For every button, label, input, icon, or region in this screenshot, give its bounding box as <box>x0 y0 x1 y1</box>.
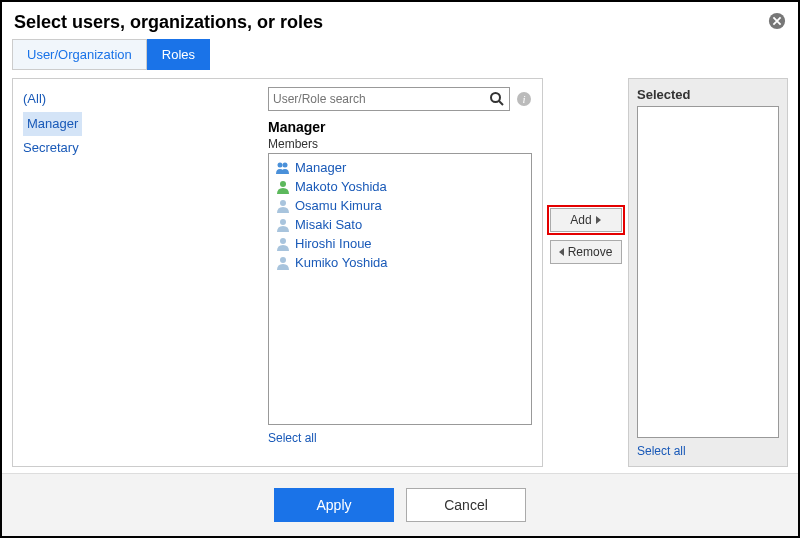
role-link-secretary[interactable]: Secretary <box>23 136 248 161</box>
dialog-body: (All) Manager Secretary i Manager Member… <box>2 70 798 473</box>
member-name: Osamu Kimura <box>295 198 382 213</box>
user-icon <box>275 237 291 251</box>
add-button[interactable]: Add <box>550 208 622 232</box>
member-name: Kumiko Yoshida <box>295 255 388 270</box>
remove-label: Remove <box>568 245 613 259</box>
chevron-right-icon <box>596 216 601 224</box>
group-icon <box>275 161 291 175</box>
user-icon <box>275 199 291 213</box>
select-all-link[interactable]: Select all <box>268 431 532 445</box>
list-item[interactable]: Osamu Kimura <box>273 196 527 215</box>
user-icon <box>275 256 291 270</box>
member-name: Hiroshi Inoue <box>295 236 372 251</box>
cancel-button[interactable]: Cancel <box>406 488 526 522</box>
user-icon <box>275 180 291 194</box>
member-name: Misaki Sato <box>295 217 362 232</box>
main-panel: (All) Manager Secretary i Manager Member… <box>12 78 543 467</box>
svg-text:i: i <box>522 93 525 105</box>
apply-button[interactable]: Apply <box>274 488 394 522</box>
close-icon[interactable] <box>768 12 786 30</box>
selected-listbox[interactable] <box>637 106 779 438</box>
search-icon[interactable] <box>489 91 505 107</box>
group-title: Manager <box>268 119 532 135</box>
user-icon <box>275 218 291 232</box>
members-listbox[interactable]: Manager Makoto Yoshida Osamu Kimura Misa… <box>268 153 532 425</box>
info-icon[interactable]: i <box>516 91 532 107</box>
list-item[interactable]: Misaki Sato <box>273 215 527 234</box>
search-row: i <box>268 87 532 111</box>
selected-panel: Selected Select all <box>628 78 788 467</box>
role-link-manager[interactable]: Manager <box>23 112 82 137</box>
svg-point-10 <box>280 238 286 244</box>
svg-point-9 <box>280 219 286 225</box>
list-item[interactable]: Manager <box>273 158 527 177</box>
svg-point-8 <box>280 200 286 206</box>
svg-point-1 <box>491 93 500 102</box>
role-list-sidebar: (All) Manager Secretary <box>13 79 258 466</box>
list-item[interactable]: Makoto Yoshida <box>273 177 527 196</box>
svg-point-7 <box>280 181 286 187</box>
list-item[interactable]: Kumiko Yoshida <box>273 253 527 272</box>
search-box[interactable] <box>268 87 510 111</box>
chevron-left-icon <box>559 248 564 256</box>
member-name: Manager <box>295 160 346 175</box>
selected-select-all-link[interactable]: Select all <box>637 444 779 458</box>
svg-point-6 <box>283 162 288 167</box>
add-label: Add <box>570 213 591 227</box>
dialog-footer: Apply Cancel <box>2 473 798 536</box>
members-panel: i Manager Members Manager Makoto Yoshida… <box>258 79 542 466</box>
tab-bar: User/Organization Roles <box>2 39 798 70</box>
dialog-title: Select users, organizations, or roles <box>14 12 323 33</box>
transfer-buttons: Add Remove <box>543 78 628 467</box>
list-item[interactable]: Hiroshi Inoue <box>273 234 527 253</box>
tab-user-organization[interactable]: User/Organization <box>12 39 147 70</box>
svg-line-2 <box>499 101 503 105</box>
remove-button[interactable]: Remove <box>550 240 622 264</box>
svg-point-11 <box>280 257 286 263</box>
tab-roles[interactable]: Roles <box>147 39 210 70</box>
group-subtitle: Members <box>268 137 532 151</box>
dialog-header: Select users, organizations, or roles <box>2 2 798 39</box>
role-link-all[interactable]: (All) <box>23 87 248 112</box>
svg-point-5 <box>278 162 283 167</box>
selected-title: Selected <box>637 87 779 102</box>
member-name: Makoto Yoshida <box>295 179 387 194</box>
search-input[interactable] <box>273 92 489 106</box>
dialog: Select users, organizations, or roles Us… <box>0 0 800 538</box>
